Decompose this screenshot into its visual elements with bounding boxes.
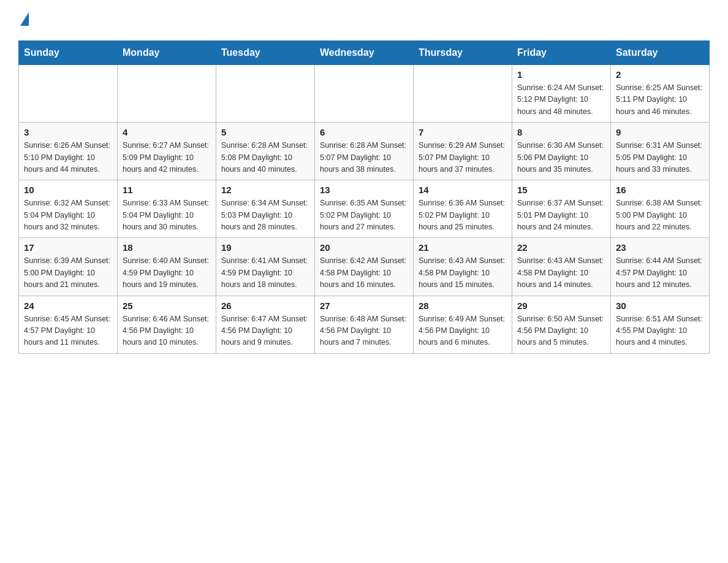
- day-number: 23: [616, 242, 704, 253]
- day-info: Sunrise: 6:34 AM Sunset: 5:03 PM Dayligh…: [221, 197, 309, 233]
- calendar-cell: 1Sunrise: 6:24 AM Sunset: 5:12 PM Daylig…: [512, 65, 611, 123]
- calendar-cell: 20Sunrise: 6:42 AM Sunset: 4:58 PM Dayli…: [315, 238, 414, 296]
- day-number: 21: [419, 242, 507, 253]
- day-info: Sunrise: 6:51 AM Sunset: 4:55 PM Dayligh…: [616, 313, 704, 349]
- calendar-week-row: 3Sunrise: 6:26 AM Sunset: 5:10 PM Daylig…: [19, 123, 710, 180]
- day-info: Sunrise: 6:36 AM Sunset: 5:02 PM Dayligh…: [419, 197, 507, 233]
- day-number: 11: [123, 185, 211, 195]
- day-number: 18: [123, 242, 211, 253]
- day-number: 24: [24, 301, 112, 311]
- calendar-table: SundayMondayTuesdayWednesdayThursdayFrid…: [18, 40, 710, 354]
- day-info: Sunrise: 6:25 AM Sunset: 5:11 PM Dayligh…: [616, 82, 704, 118]
- day-number: 22: [517, 242, 605, 253]
- calendar-cell: 11Sunrise: 6:33 AM Sunset: 5:04 PM Dayli…: [118, 180, 216, 238]
- calendar-cell: 26Sunrise: 6:47 AM Sunset: 4:56 PM Dayli…: [216, 296, 315, 353]
- day-info: Sunrise: 6:27 AM Sunset: 5:09 PM Dayligh…: [123, 140, 211, 175]
- day-info: Sunrise: 6:48 AM Sunset: 4:56 PM Dayligh…: [320, 313, 408, 349]
- day-info: Sunrise: 6:26 AM Sunset: 5:10 PM Dayligh…: [24, 140, 112, 175]
- calendar-cell: 8Sunrise: 6:30 AM Sunset: 5:06 PM Daylig…: [512, 123, 611, 180]
- calendar-cell: [315, 65, 414, 123]
- calendar-cell: 30Sunrise: 6:51 AM Sunset: 4:55 PM Dayli…: [611, 296, 710, 353]
- day-info: Sunrise: 6:41 AM Sunset: 4:59 PM Dayligh…: [221, 255, 309, 291]
- day-number: 6: [320, 127, 408, 137]
- day-number: 20: [320, 242, 408, 253]
- day-info: Sunrise: 6:37 AM Sunset: 5:01 PM Dayligh…: [517, 197, 605, 233]
- day-number: 5: [221, 127, 309, 137]
- calendar-cell: 19Sunrise: 6:41 AM Sunset: 4:59 PM Dayli…: [216, 238, 315, 296]
- weekday-header-monday: Monday: [118, 41, 216, 65]
- calendar-cell: 22Sunrise: 6:43 AM Sunset: 4:58 PM Dayli…: [512, 238, 611, 296]
- day-info: Sunrise: 6:45 AM Sunset: 4:57 PM Dayligh…: [24, 313, 112, 349]
- day-info: Sunrise: 6:49 AM Sunset: 4:56 PM Dayligh…: [419, 313, 507, 349]
- calendar-cell: 13Sunrise: 6:35 AM Sunset: 5:02 PM Dayli…: [315, 180, 414, 238]
- calendar-cell: 3Sunrise: 6:26 AM Sunset: 5:10 PM Daylig…: [19, 123, 118, 180]
- day-number: 28: [419, 301, 507, 311]
- weekday-header-sunday: Sunday: [19, 41, 118, 65]
- day-number: 15: [517, 185, 605, 195]
- day-info: Sunrise: 6:39 AM Sunset: 5:00 PM Dayligh…: [24, 255, 112, 291]
- calendar-cell: 18Sunrise: 6:40 AM Sunset: 4:59 PM Dayli…: [118, 238, 216, 296]
- calendar-cell: 12Sunrise: 6:34 AM Sunset: 5:03 PM Dayli…: [216, 180, 315, 238]
- weekday-header-tuesday: Tuesday: [216, 41, 315, 65]
- logo-triangle-icon: [20, 12, 29, 26]
- day-number: 8: [517, 127, 605, 137]
- calendar-cell: 7Sunrise: 6:29 AM Sunset: 5:07 PM Daylig…: [414, 123, 512, 180]
- calendar-cell: [118, 65, 216, 123]
- day-number: 25: [123, 301, 211, 311]
- calendar-cell: 4Sunrise: 6:27 AM Sunset: 5:09 PM Daylig…: [118, 123, 216, 180]
- day-info: Sunrise: 6:31 AM Sunset: 5:05 PM Dayligh…: [616, 140, 704, 175]
- day-number: 4: [123, 127, 211, 137]
- day-info: Sunrise: 6:43 AM Sunset: 4:58 PM Dayligh…: [419, 255, 507, 291]
- day-number: 14: [419, 185, 507, 195]
- calendar-cell: 24Sunrise: 6:45 AM Sunset: 4:57 PM Dayli…: [19, 296, 118, 353]
- logo: [18, 12, 29, 29]
- calendar-header-row: SundayMondayTuesdayWednesdayThursdayFrid…: [19, 41, 710, 65]
- day-number: 30: [616, 301, 704, 311]
- day-number: 16: [616, 185, 704, 195]
- weekday-header-thursday: Thursday: [414, 41, 512, 65]
- day-info: Sunrise: 6:50 AM Sunset: 4:56 PM Dayligh…: [517, 313, 605, 349]
- day-number: 10: [24, 185, 112, 195]
- calendar-cell: [414, 65, 512, 123]
- day-info: Sunrise: 6:35 AM Sunset: 5:02 PM Dayligh…: [320, 197, 408, 233]
- weekday-header-friday: Friday: [512, 41, 611, 65]
- calendar-cell: [216, 65, 315, 123]
- calendar-cell: 21Sunrise: 6:43 AM Sunset: 4:58 PM Dayli…: [414, 238, 512, 296]
- calendar-cell: 23Sunrise: 6:44 AM Sunset: 4:57 PM Dayli…: [611, 238, 710, 296]
- day-info: Sunrise: 6:24 AM Sunset: 5:12 PM Dayligh…: [517, 82, 605, 118]
- calendar-week-row: 24Sunrise: 6:45 AM Sunset: 4:57 PM Dayli…: [19, 296, 710, 353]
- calendar-cell: 5Sunrise: 6:28 AM Sunset: 5:08 PM Daylig…: [216, 123, 315, 180]
- day-number: 1: [517, 69, 605, 80]
- calendar-cell: 10Sunrise: 6:32 AM Sunset: 5:04 PM Dayli…: [19, 180, 118, 238]
- weekday-header-saturday: Saturday: [611, 41, 710, 65]
- day-number: 19: [221, 242, 309, 253]
- day-info: Sunrise: 6:33 AM Sunset: 5:04 PM Dayligh…: [123, 197, 211, 233]
- day-info: Sunrise: 6:32 AM Sunset: 5:04 PM Dayligh…: [24, 197, 112, 233]
- day-number: 2: [616, 69, 704, 80]
- day-info: Sunrise: 6:40 AM Sunset: 4:59 PM Dayligh…: [123, 255, 211, 291]
- day-info: Sunrise: 6:28 AM Sunset: 5:08 PM Dayligh…: [221, 140, 309, 175]
- calendar-cell: [19, 65, 118, 123]
- day-number: 17: [24, 242, 112, 253]
- calendar-cell: 29Sunrise: 6:50 AM Sunset: 4:56 PM Dayli…: [512, 296, 611, 353]
- weekday-header-wednesday: Wednesday: [315, 41, 414, 65]
- day-info: Sunrise: 6:47 AM Sunset: 4:56 PM Dayligh…: [221, 313, 309, 349]
- day-info: Sunrise: 6:46 AM Sunset: 4:56 PM Dayligh…: [123, 313, 211, 349]
- day-number: 29: [517, 301, 605, 311]
- calendar-cell: 14Sunrise: 6:36 AM Sunset: 5:02 PM Dayli…: [414, 180, 512, 238]
- calendar-cell: 16Sunrise: 6:38 AM Sunset: 5:00 PM Dayli…: [611, 180, 710, 238]
- day-info: Sunrise: 6:28 AM Sunset: 5:07 PM Dayligh…: [320, 140, 408, 175]
- day-number: 27: [320, 301, 408, 311]
- day-info: Sunrise: 6:38 AM Sunset: 5:00 PM Dayligh…: [616, 197, 704, 233]
- day-number: 26: [221, 301, 309, 311]
- calendar-cell: 28Sunrise: 6:49 AM Sunset: 4:56 PM Dayli…: [414, 296, 512, 353]
- calendar-cell: 2Sunrise: 6:25 AM Sunset: 5:11 PM Daylig…: [611, 65, 710, 123]
- calendar-cell: 25Sunrise: 6:46 AM Sunset: 4:56 PM Dayli…: [118, 296, 216, 353]
- calendar-week-row: 10Sunrise: 6:32 AM Sunset: 5:04 PM Dayli…: [19, 180, 710, 238]
- page-header: [18, 12, 710, 29]
- calendar-cell: 15Sunrise: 6:37 AM Sunset: 5:01 PM Dayli…: [512, 180, 611, 238]
- day-number: 9: [616, 127, 704, 137]
- calendar-cell: 17Sunrise: 6:39 AM Sunset: 5:00 PM Dayli…: [19, 238, 118, 296]
- calendar-week-row: 1Sunrise: 6:24 AM Sunset: 5:12 PM Daylig…: [19, 65, 710, 123]
- day-info: Sunrise: 6:43 AM Sunset: 4:58 PM Dayligh…: [517, 255, 605, 291]
